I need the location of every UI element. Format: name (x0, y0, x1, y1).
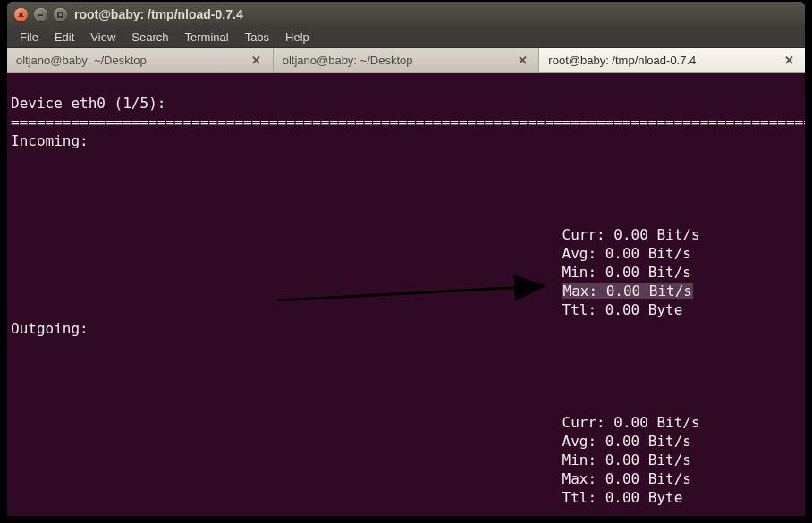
tab-label: root@baby: /tmp/nload-0.7.4 (548, 54, 696, 67)
out-max: Max: 0.00 Bit/s (562, 470, 692, 487)
close-icon[interactable]: ✕ (782, 54, 796, 67)
in-curr: Curr: 0.00 Bit/s (562, 226, 700, 243)
in-avg: Avg: 0.00 Bit/s (562, 245, 692, 262)
window-controls (14, 8, 67, 21)
tab-0[interactable]: oltjano@baby: ~/Desktop ✕ (7, 48, 274, 72)
tab-label: oltjano@baby: ~/Desktop (16, 54, 147, 67)
in-min: Min: 0.00 Bit/s (562, 264, 692, 281)
in-max: Max: 0.00 Bit/s (562, 283, 694, 299)
outgoing-label: Outgoing: (11, 320, 89, 337)
menu-help[interactable]: Help (278, 29, 317, 46)
out-avg: Avg: 0.00 Bit/s (562, 433, 692, 450)
menubar: File Edit View Search Terminal Tabs Help (7, 27, 805, 48)
minimize-icon[interactable] (34, 8, 47, 21)
close-icon[interactable] (14, 8, 28, 21)
out-curr: Curr: 0.00 Bit/s (562, 414, 700, 431)
tabbar: oltjano@baby: ~/Desktop ✕ oltjano@baby: … (7, 48, 805, 73)
window-title: root@baby: /tmp/nload-0.7.4 (74, 7, 243, 21)
out-ttl: Ttl: 0.00 Byte (562, 489, 683, 506)
divider-line: ========================================… (11, 114, 805, 131)
tab-1[interactable]: oltjano@baby: ~/Desktop ✕ (274, 48, 540, 72)
out-min: Min: 0.00 Bit/s (562, 451, 692, 468)
in-ttl: Ttl: 0.00 Byte (562, 301, 683, 318)
svg-rect-0 (58, 13, 63, 17)
incoming-label: Incoming: (11, 132, 89, 149)
menu-search[interactable]: Search (124, 29, 175, 46)
terminal-window: root@baby: /tmp/nload-0.7.4 File Edit Vi… (7, 2, 805, 516)
device-line: Device eth0 (1/5): (11, 95, 165, 112)
maximize-icon[interactable] (54, 8, 67, 21)
menu-view[interactable]: View (83, 29, 123, 46)
menu-tabs[interactable]: Tabs (238, 29, 276, 46)
terminal-viewport[interactable]: Device eth0 (1/5): =====================… (7, 73, 805, 516)
close-icon[interactable]: ✕ (515, 54, 529, 67)
close-icon[interactable]: ✕ (250, 54, 264, 67)
menu-edit[interactable]: Edit (47, 29, 81, 46)
titlebar[interactable]: root@baby: /tmp/nload-0.7.4 (7, 2, 805, 27)
tab-2[interactable]: root@baby: /tmp/nload-0.7.4 ✕ (539, 48, 805, 72)
menu-file[interactable]: File (13, 29, 46, 46)
tab-label: oltjano@baby: ~/Desktop (283, 54, 413, 67)
menu-terminal[interactable]: Terminal (178, 29, 236, 46)
